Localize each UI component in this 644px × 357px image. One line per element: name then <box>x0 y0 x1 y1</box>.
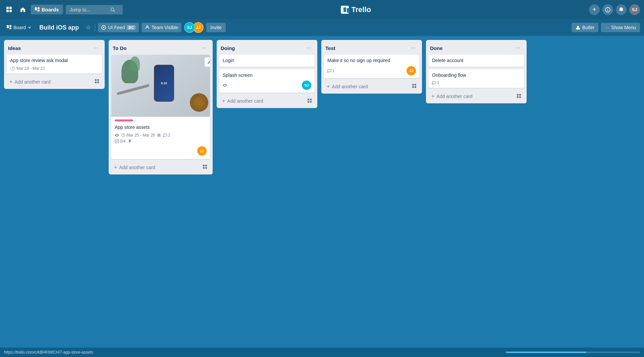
svg-rect-39 <box>415 86 416 88</box>
card-edit-button[interactable] <box>205 57 210 67</box>
card-assignee-avatar[interactable]: JJ <box>197 146 207 156</box>
svg-rect-12 <box>9 25 11 27</box>
top-navigation: Boards Jump to... Trello + i SJ <box>0 0 644 19</box>
add-card-ideas[interactable]: + Add another card <box>5 76 103 88</box>
team-visible-button[interactable]: Team Visible <box>142 23 181 32</box>
show-menu-button[interactable]: ··· Show Menu <box>601 23 640 32</box>
card-login[interactable]: Login <box>219 55 315 67</box>
card-make-no-signup[interactable]: Make it so no sign up required 1 JJ <box>324 55 419 78</box>
column-doing-title: Doing <box>221 45 235 51</box>
add-card-test[interactable]: + Add another card <box>323 81 421 92</box>
boards-button[interactable]: Boards <box>31 5 63 14</box>
add-card-doing[interactable]: + Add another card <box>218 95 316 107</box>
column-test-cards: Make it so no sign up required 1 JJ <box>321 55 422 81</box>
card-assignee-avatar[interactable]: SJ <box>302 81 311 90</box>
card-title: App store review ask modal <box>10 57 99 64</box>
card-meta: 1 JJ <box>327 66 416 75</box>
column-ideas-menu[interactable]: ··· <box>91 43 101 53</box>
home-icon[interactable] <box>17 4 28 15</box>
board-type-selector[interactable]: Board <box>4 23 34 32</box>
progress-fill <box>506 352 586 353</box>
pen-decoration <box>117 84 150 95</box>
card-image: 8:15 <box>111 55 210 117</box>
column-todo-header: To Do ··· <box>109 40 213 55</box>
priority-bar <box>115 119 133 121</box>
member-avatars: SJ JJ <box>184 22 204 33</box>
card-delete-account[interactable]: Delete account <box>429 55 524 67</box>
plus-icon: + <box>431 93 434 99</box>
butler-button[interactable]: Butler <box>572 23 599 32</box>
svg-rect-32 <box>308 99 309 100</box>
card-template-icon[interactable] <box>517 94 521 99</box>
column-todo-menu[interactable]: ··· <box>199 43 209 53</box>
add-card-done[interactable]: + Add another card <box>427 91 525 102</box>
card-assignee-avatar[interactable]: JJ <box>407 66 416 75</box>
column-doing: Doing ··· Login Splash screen SJ <box>217 40 317 108</box>
team-visible-label: Team Visible <box>152 25 178 30</box>
card-template-icon[interactable] <box>203 164 207 170</box>
butler-label: Butler <box>582 25 595 30</box>
column-ideas-title: Ideas <box>8 45 21 51</box>
column-done-header: Done ··· <box>426 40 527 55</box>
card-app-store-assets[interactable]: 8:15 App store assets <box>111 55 210 159</box>
svg-rect-21 <box>95 82 97 83</box>
column-done-cards: Delete account Onboarding flow 1 <box>426 55 527 91</box>
invite-button[interactable]: Invite <box>206 23 225 32</box>
card-onboarding-flow[interactable]: Onboarding flow 1 <box>429 69 524 88</box>
column-done-menu[interactable]: ··· <box>513 43 523 53</box>
card-template-icon[interactable] <box>95 79 99 85</box>
info-button[interactable]: i <box>602 4 613 15</box>
card-date: 🕐 Mar 18 - Mar 21 <box>10 66 45 71</box>
column-test-title: Test <box>325 45 335 51</box>
avatar-initials: JJ <box>200 149 204 153</box>
svg-rect-6 <box>38 10 40 11</box>
svg-rect-33 <box>310 99 312 100</box>
svg-rect-25 <box>157 135 161 136</box>
ui-feed-badge: BC <box>127 25 136 30</box>
add-icon: + <box>592 6 596 13</box>
ui-feed-button[interactable]: UI Feed BC <box>98 23 139 32</box>
add-card-label: Add another card <box>436 94 472 99</box>
column-doing-menu[interactable]: ··· <box>304 43 313 53</box>
svg-rect-34 <box>308 101 309 103</box>
card-template-icon[interactable] <box>412 84 417 89</box>
svg-rect-42 <box>517 96 519 98</box>
add-button[interactable]: + <box>589 4 600 15</box>
trello-logo-icon <box>341 6 349 14</box>
card-template-icon[interactable] <box>307 98 312 104</box>
board-title[interactable]: Build iOS app <box>37 23 82 33</box>
notifications-button[interactable] <box>616 4 627 15</box>
nav-right-section: + i SJ <box>589 4 640 15</box>
svg-line-8 <box>114 10 115 12</box>
card-splash-screen[interactable]: Splash screen SJ <box>219 69 315 93</box>
card-app-store-review[interactable]: App store review ask modal 🕐 Mar 18 - Ma… <box>7 55 102 73</box>
status-bar: https://trello.com/c/kBHKlWCH/7-app-stor… <box>0 348 644 357</box>
plus-icon: + <box>327 84 330 90</box>
plus-icon: + <box>114 164 117 170</box>
column-test-menu[interactable]: ··· <box>409 43 418 53</box>
svg-point-16 <box>147 26 148 28</box>
svg-rect-0 <box>6 7 9 9</box>
column-test: Test ··· Make it so no sign up required … <box>321 40 422 94</box>
member-avatar-sj[interactable]: SJ <box>184 22 195 33</box>
card-meta: SJ <box>223 81 311 90</box>
svg-rect-11 <box>7 25 9 28</box>
add-card-todo[interactable]: + Add another card <box>110 162 211 173</box>
card-title: Make it so no sign up required <box>327 57 416 64</box>
avatar-initials: SJ <box>304 83 309 87</box>
grid-icon[interactable] <box>4 4 15 15</box>
eye-badge <box>223 84 227 87</box>
card-meta: 1 <box>432 81 521 85</box>
search-input[interactable]: Jump to... <box>66 5 123 14</box>
column-menu-icon: ··· <box>202 45 206 51</box>
card-title: Onboarding flow <box>432 72 521 79</box>
svg-point-18 <box>577 26 579 28</box>
star-icon[interactable]: ☆ <box>84 22 92 33</box>
user-avatar[interactable]: SJ <box>629 4 640 15</box>
invite-label: Invite <box>210 25 221 30</box>
svg-rect-2 <box>6 10 9 12</box>
coaster-decoration <box>190 93 208 112</box>
column-menu-icon: ··· <box>94 45 98 51</box>
trello-logo: Trello <box>125 5 586 14</box>
comment-count: 1 <box>437 81 439 85</box>
